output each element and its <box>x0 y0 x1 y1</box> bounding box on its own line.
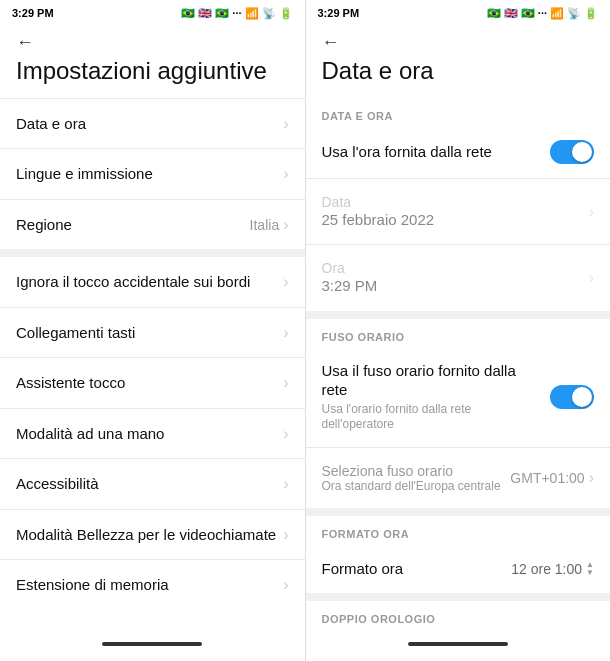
section-label-fuso: FUSO ORARIO <box>306 319 611 347</box>
toggle-fuso-sublabel: Usa l'orario fornito dalla rete dell'ope… <box>322 402 539 433</box>
item-fuso-value: GMT+01:00 <box>510 470 584 486</box>
chevron-bellezza: › <box>283 526 288 544</box>
item-formato-ora[interactable]: Formato ora 12 ore 1:00 ▲ ▼ <box>306 544 611 594</box>
status-bar-left: 3:29 PM 🇧🇷 🇬🇧 🇧🇷 ··· 📶 📡 🔋 <box>0 0 305 24</box>
item-lingue[interactable]: Lingue e immissione › <box>0 149 305 199</box>
item-estensione[interactable]: Estensione di memoria › <box>0 560 305 610</box>
item-fuso[interactable]: Seleziona fuso orario Ora standard dell'… <box>306 448 611 508</box>
item-lingue-label: Lingue e immissione <box>16 164 153 184</box>
item-accessibilita[interactable]: Accessibilità › <box>0 459 305 509</box>
wifi-left: 📡 <box>262 7 276 20</box>
home-indicator-right <box>306 633 611 661</box>
status-icons-right: 🇧🇷 🇬🇧 🇧🇷 ··· 📶 📡 🔋 <box>487 7 598 20</box>
item-fuso-text: Seleziona fuso orario Ora standard dell'… <box>322 463 511 493</box>
item-bellezza[interactable]: Modalità Bellezza per le videochiamate › <box>0 510 305 560</box>
top-bar-left: ← <box>0 24 305 57</box>
item-data-label: Data <box>322 194 589 210</box>
item-data-value: 25 febbraio 2022 <box>322 210 589 230</box>
chevron-fuso: › <box>589 469 594 487</box>
toggle-rete-ora-switch[interactable] <box>550 140 594 164</box>
item-assistente[interactable]: Assistente tocco › <box>0 358 305 408</box>
item-formato-right: 12 ore 1:00 ▲ ▼ <box>511 561 594 577</box>
chevron-collegamenti: › <box>283 324 288 342</box>
battery-left: 🔋 <box>279 7 293 20</box>
chevron-accessibilita: › <box>283 475 288 493</box>
toggle-fuso-text: Usa il fuso orario fornito dalla rete Us… <box>322 361 551 433</box>
item-data-ora[interactable]: Data e ora › <box>0 99 305 149</box>
toggle-fuso-label: Usa il fuso orario fornito dalla rete <box>322 361 539 400</box>
more-left: ··· <box>232 7 241 19</box>
item-ora: Ora 3:29 PM › <box>306 245 611 311</box>
item-collegamenti[interactable]: Collegamenti tasti › <box>0 308 305 358</box>
more-right: ··· <box>538 7 547 19</box>
item-assistente-label: Assistente tocco <box>16 373 125 393</box>
item-ora-label: Ora <box>322 260 589 276</box>
item-regione-right: Italia › <box>250 216 289 234</box>
item-ignora[interactable]: Ignora il tocco accidentale sui bordi › <box>0 257 305 307</box>
item-modalita-mano-label: Modalità ad una mano <box>16 424 164 444</box>
updown-arrows-icon[interactable]: ▲ ▼ <box>586 561 594 577</box>
item-modalita-mano[interactable]: Modalità ad una mano › <box>0 409 305 459</box>
status-bar-right: 3:29 PM 🇧🇷 🇬🇧 🇧🇷 ··· 📶 📡 🔋 <box>306 0 611 24</box>
thick-divider-1 <box>0 249 305 257</box>
item-data: Data 25 febbraio 2022 › <box>306 179 611 245</box>
section-label-formato: FORMATO ORA <box>306 516 611 544</box>
toggle-rete-ora-label: Usa l'ora fornita dalla rete <box>322 142 551 162</box>
page-title-left: Impostazioni aggiuntive <box>0 57 305 98</box>
item-estensione-label: Estensione di memoria <box>16 575 169 595</box>
settings-list-left: Data e ora › Lingue e immissione › Regio… <box>0 99 305 633</box>
page-title-right: Data e ora <box>306 57 611 98</box>
time-left: 3:29 PM <box>12 7 54 19</box>
section-label-data-ora: DATA E ORA <box>306 98 611 126</box>
item-formato-ora-label: Formato ora <box>322 559 404 579</box>
back-button-left[interactable]: ← <box>16 32 34 53</box>
chevron-data-ora: › <box>283 115 288 133</box>
flags-right: 🇧🇷 🇬🇧 🇧🇷 <box>487 7 535 20</box>
chevron-estensione: › <box>283 576 288 594</box>
item-fuso-label: Seleziona fuso orario <box>322 463 511 479</box>
thick-divider-r3 <box>306 593 611 601</box>
item-collegamenti-label: Collegamenti tasti <box>16 323 135 343</box>
item-ora-value: 3:29 PM <box>322 276 589 296</box>
status-icons-left: 🇧🇷 🇬🇧 🇧🇷 ··· 📶 📡 🔋 <box>181 7 292 20</box>
item-fuso-right: GMT+01:00 › <box>510 469 594 487</box>
item-regione-label: Regione <box>16 215 72 235</box>
chevron-lingue: › <box>283 165 288 183</box>
section-label-doppio: DOPPIO OROLOGIO <box>306 601 611 629</box>
chevron-ora: › <box>589 269 594 287</box>
chevron-data: › <box>589 203 594 221</box>
home-bar-left <box>102 642 202 646</box>
toggle-rete-ora[interactable]: Usa l'ora fornita dalla rete <box>306 126 611 178</box>
battery-right: 🔋 <box>584 7 598 20</box>
toggle-fuso-rete[interactable]: Usa il fuso orario fornito dalla rete Us… <box>306 347 611 447</box>
item-fuso-sublabel: Ora standard dell'Europa centrale <box>322 479 511 493</box>
item-data-ora-label: Data e ora <box>16 114 86 134</box>
settings-list-right: DATA E ORA Usa l'ora fornita dalla rete … <box>306 98 611 633</box>
flags-left: 🇧🇷 🇬🇧 🇧🇷 <box>181 7 229 20</box>
right-screen: 3:29 PM 🇧🇷 🇬🇧 🇧🇷 ··· 📶 📡 🔋 ← Data e ora … <box>306 0 611 661</box>
signal-left: 📶 <box>245 7 259 20</box>
item-regione-value: Italia <box>250 217 280 233</box>
left-screen: 3:29 PM 🇧🇷 🇬🇧 🇧🇷 ··· 📶 📡 🔋 ← Impostazion… <box>0 0 305 661</box>
item-formato-value: 12 ore 1:00 <box>511 561 582 577</box>
thick-divider-r2 <box>306 508 611 516</box>
home-bar-right <box>408 642 508 646</box>
chevron-modalita-mano: › <box>283 425 288 443</box>
item-ora-text: Ora 3:29 PM <box>322 260 589 296</box>
item-data-text: Data 25 febbraio 2022 <box>322 194 589 230</box>
toggle-fuso-switch[interactable] <box>550 385 594 409</box>
item-bellezza-text: Modalità Bellezza per le videochiamate <box>16 525 283 545</box>
time-right: 3:29 PM <box>318 7 360 19</box>
signal-right: 📶 <box>550 7 564 20</box>
item-bellezza-label: Modalità Bellezza per le videochiamate <box>16 526 276 543</box>
chevron-regione: › <box>283 216 288 234</box>
item-regione[interactable]: Regione Italia › <box>0 200 305 250</box>
home-indicator-left <box>0 633 305 661</box>
thick-divider-r1 <box>306 311 611 319</box>
item-ignora-label: Ignora il tocco accidentale sui bordi <box>16 272 250 292</box>
wifi-right: 📡 <box>567 7 581 20</box>
item-accessibilita-label: Accessibilità <box>16 474 99 494</box>
chevron-ignora: › <box>283 273 288 291</box>
back-button-right[interactable]: ← <box>322 32 340 53</box>
top-bar-right: ← <box>306 24 611 57</box>
